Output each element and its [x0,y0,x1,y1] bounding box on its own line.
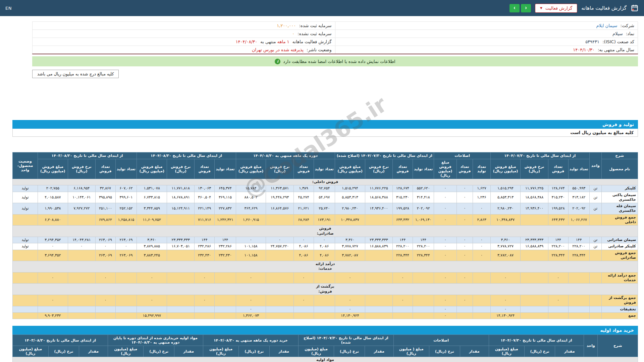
value-cell: ۰ [236,295,266,306]
next-report-button[interactable]: › [521,4,531,12]
report-type-dropdown[interactable]: گزارش فعالیت ▼ [535,4,577,13]
value-cell [473,312,490,319]
value-cell: ۰ [393,272,413,284]
value-cell: ۰ [434,192,457,203]
value-cell [266,295,293,306]
value-cell: ۰ [457,243,473,250]
value-cell: ۰ [434,243,457,250]
value-cell [365,306,392,312]
value-cell: ۰ [293,295,314,306]
value-cell [167,214,195,226]
value-cell [365,312,392,319]
value-cell: ۶,۱۶۸,۹۵۴ [68,185,95,192]
value-cell: ۱,۹۹۰,۵۳۸ [38,203,68,215]
info-icon: i [275,59,280,64]
value-cell: ۱۸,۵۶۸,۳۸۸ [365,192,392,203]
value-cell: ۴,۰۸۶ [314,243,335,250]
header-period-group: اصلاحات [434,153,490,159]
page-title: گزارش فعالیت ماهانه [581,5,627,11]
value-cell [115,306,137,312]
unregistered-capital-cell: سرمایه ثبت نشده: ۰ [33,30,335,38]
value-cell: ۰ [457,272,473,284]
group-row: درآمد ارائه خدمات: [13,261,638,273]
value-cell: ۰ [68,243,95,250]
value-cell: ۳,۳۴۴,۸۵۹ [137,203,167,215]
value-cell [413,306,434,312]
value-cell: ۲۵۱,۱۰۰ [95,203,115,215]
value-cell: ۰ [137,272,167,284]
symbol-value: سیلام [612,31,623,36]
value-cell [215,295,236,306]
codal-monthly-activity-page: { "colors": { "topbar_bg": "#2a4d69", "s… [0,0,644,362]
value-cell: ۱۴۴ [393,237,413,243]
value-cell: ۹۲,۷۵۴ [314,185,335,192]
value-cell [568,272,590,284]
unit-cell [590,272,602,284]
value-cell: ۰ [236,237,266,243]
prev-report-button[interactable]: ‹ [509,4,520,12]
issuer-status-value: پذیرفته شده در بورس تهران [252,47,304,52]
header-subcolumn: مبلغ (میلیون ریال) [489,346,524,357]
value-cell: ۰ [434,250,457,261]
language-toggle-en[interactable]: EN [5,6,12,11]
value-cell: ۰ [473,203,490,215]
value-cell [521,312,548,319]
unit-cell: تن [590,237,602,243]
issuer-status-cell: وضعیت ناشر: پذیرفته شده در بورس تهران [33,46,335,54]
value-cell: ۰ [434,272,457,284]
section-header-raw-materials: خرید مواد اولیه [12,326,638,335]
value-cell: ۲۲۸,۲۰۰ [548,243,568,250]
product-name-cell: جمع درآمد ارائه خدمات [601,272,638,284]
value-cell: ۰ [434,237,457,243]
company-info-table: شرکت: سیمان ایلام سرمایه ثبت شده: ۱,۲۰۰,… [32,21,638,54]
value-cell: ۰ [137,295,167,306]
unit-cell: تن [590,185,602,192]
amounts-note-wrap: کلیه مبالغ درج شده به میلیون ریال می باش… [32,70,638,78]
info-row: شرکت: سیمان ایلام سرمایه ثبت شده: ۱,۲۰۰,… [33,22,638,30]
value-cell: ۱۷۳,۱۹۱ [314,214,335,226]
top-navigation-bar: گزارش فعالیت ماهانه گزارش فعالیت ▼ ‹ › E… [0,0,644,16]
header-subcolumn: مقدار [269,346,298,357]
header-period-group: دوره یک ماهه منتهی به ۱۴۰۴/۰۸/۳۰ [236,153,335,159]
value-cell: ۲۲۸,۲۰۰ [568,243,590,250]
signature-match-banner: اطلاعات نمایش داده شده با اطلاعات امضا ش… [32,56,638,66]
value-cell: ۰ [95,295,115,306]
value-cell: ۱۲۸,۶۷۴ [548,185,568,192]
header-period-group: مواد اولیه خریداری شده از ابتدای دوره تا… [108,335,203,346]
unit-cell [590,214,602,226]
value-cell: ۱۱,۳۶۳,۵۷۱ [266,185,293,192]
value-cell [95,312,115,319]
unregistered-capital-label: سرمایه ثبت نشده: [298,31,331,36]
product-name-cell: سیمان فله خاکستری [601,203,638,215]
value-cell: ۶,۲۰۸,۸۸۰ [38,214,68,226]
value-cell: ۴,۰۸۶ [314,250,335,261]
header-period-group: از ابتدای سال مالی تا تاریخ ۱۴۰۴/۰۷/۳۰ [489,335,584,346]
value-cell [393,312,413,319]
value-cell: ۳,۸۷۹,۸۸۵ [137,243,167,250]
unregistered-capital-value: ۰ [292,31,294,36]
unit-cell: تن [590,203,602,215]
value-cell [365,295,392,306]
data-row: کلینکرتن۵۵۰,۹۹۳۱۲۸,۶۷۴۱۱,۷۷۶,۲۲۵۱,۵۱۵,۲۹… [13,185,638,192]
header-subcolumn: تعداد تولید [413,159,434,179]
value-cell: ۵,۸۵۳,۳۱۳ [490,192,521,203]
value-cell: ۱۵,۱۲۴,۹۱۱ [167,203,195,215]
value-cell: ۱۵,۷۸۴ [236,185,266,192]
value-cell: ۱,۲۴۲,۳۲۱ [215,214,236,226]
value-cell: ۰ [457,203,473,215]
value-cell: ۱,۵۱۵,۲۹۴ [490,185,521,192]
unit-cell: تن [590,192,602,203]
status-cell [13,214,38,226]
product-name-cell: تخفیفات [601,306,638,312]
value-cell: ۰ [335,295,365,306]
header-subcolumn: مبلغ فروش (میلیون ریال) [490,159,521,179]
product-name-cell: کلینکر صادراتی [601,243,638,250]
value-cell: ۰ [490,272,521,284]
value-cell: ۴,۰۸۶ [293,250,314,261]
value-cell [314,295,335,306]
value-cell: ۳,۷۸۲,۰۸۷ [335,250,365,261]
value-cell: ۲۳,۳۳۳,۳۳۳ [167,237,195,243]
company-link[interactable]: سیمان ایلام [596,23,617,28]
symbol-label: نماد: [626,31,634,36]
header-subcolumn: مقدار [365,346,393,357]
